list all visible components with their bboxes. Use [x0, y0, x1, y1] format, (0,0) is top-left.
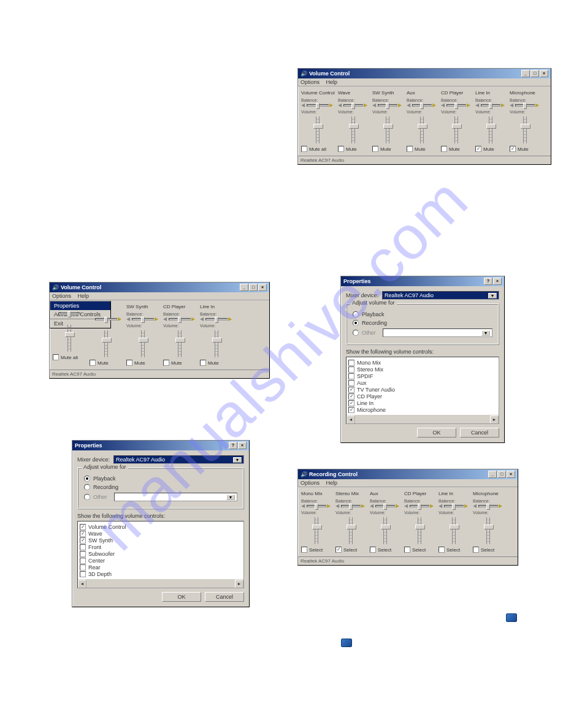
list-item[interactable]: ✓CD Player — [348, 393, 497, 400]
mute-checkbox[interactable]: ✓Select — [335, 547, 366, 553]
list-item[interactable]: 3D Depth — [80, 571, 242, 577]
balance-slider[interactable]: ◀▶ — [370, 504, 400, 509]
volume-controls-list[interactable]: ✓Volume Control✓Wave✓SW SynthFrontSubwoo… — [77, 521, 244, 588]
close-button[interactable]: × — [540, 70, 548, 77]
list-item[interactable]: ✓TV Tuner Audio — [348, 387, 497, 393]
titlebar[interactable]: Properties ? × — [72, 441, 249, 450]
mute-checkbox[interactable]: Mute all — [301, 146, 334, 152]
volume-slider[interactable] — [489, 116, 492, 143]
minimize-button[interactable]: _ — [488, 471, 497, 478]
maximize-button[interactable]: □ — [249, 284, 258, 291]
mute-checkbox[interactable]: Mute — [407, 146, 437, 152]
mute-checkbox[interactable]: Select — [404, 547, 435, 553]
list-item[interactable]: Mono Mix — [348, 360, 497, 366]
balance-slider[interactable]: ◀▶ — [338, 103, 369, 108]
balance-slider[interactable]: ◀▶ — [335, 504, 366, 509]
ok-button[interactable]: OK — [162, 592, 201, 602]
menu-item-properties[interactable]: Properties — [50, 301, 110, 310]
titlebar[interactable]: Properties ? × — [341, 276, 504, 286]
checkbox[interactable] — [80, 571, 86, 577]
close-button[interactable]: × — [238, 442, 247, 449]
checkbox[interactable]: ✓ — [348, 393, 354, 400]
volume-slider[interactable] — [315, 517, 318, 544]
menu-help[interactable]: Help — [78, 293, 90, 299]
mute-checkbox[interactable]: ✓Mute — [510, 146, 540, 152]
help-button[interactable]: ? — [484, 278, 492, 285]
mixer-device-combo[interactable]: Realtek AC97 Audio ▼ — [382, 291, 499, 300]
scroll-left-icon[interactable]: ◄ — [78, 580, 86, 588]
checkbox[interactable]: ✓ — [80, 531, 86, 537]
list-item[interactable]: ✓Volume Control — [80, 524, 242, 530]
list-item[interactable]: ✓Microphone — [348, 407, 497, 413]
list-item[interactable]: SPDIF — [348, 373, 497, 379]
volume-slider[interactable] — [523, 116, 527, 143]
volume-slider[interactable] — [420, 116, 424, 143]
volume-slider[interactable] — [386, 116, 389, 143]
list-item[interactable]: Aux — [348, 380, 497, 386]
balance-slider[interactable]: ◀▶ — [475, 103, 506, 108]
checkbox[interactable]: ✓ — [80, 537, 86, 544]
close-button[interactable]: × — [507, 471, 515, 478]
list-item[interactable]: Front — [80, 544, 242, 550]
volume-slider[interactable] — [104, 330, 108, 357]
mute-checkbox[interactable]: Mute — [90, 360, 123, 366]
radio-playback[interactable]: Playback — [353, 311, 492, 317]
checkbox[interactable] — [80, 551, 86, 557]
checkbox[interactable] — [348, 366, 354, 373]
ok-button[interactable]: OK — [417, 428, 456, 438]
menu-options[interactable]: Options — [301, 79, 320, 85]
mute-checkbox[interactable]: Mute — [441, 146, 472, 152]
balance-slider[interactable]: ◀▶ — [126, 317, 159, 322]
scroll-right-icon[interactable]: ► — [235, 580, 243, 588]
titlebar[interactable]: 🔊Volume Control _ □ × — [50, 282, 269, 292]
mute-checkbox[interactable]: Mute all — [53, 354, 86, 360]
balance-slider[interactable]: ◀▶ — [404, 504, 435, 509]
checkbox[interactable] — [348, 373, 354, 379]
volume-slider[interactable] — [141, 330, 145, 357]
volume-slider[interactable] — [349, 517, 353, 544]
mute-checkbox[interactable]: Mute — [200, 360, 233, 366]
balance-slider[interactable]: ◀▶ — [473, 504, 504, 509]
menu-options[interactable]: Options — [52, 293, 71, 299]
checkbox[interactable] — [348, 360, 354, 366]
minimize-button[interactable]: _ — [521, 70, 530, 77]
volume-slider[interactable] — [383, 517, 387, 544]
balance-slider[interactable]: ◀▶ — [301, 504, 332, 509]
radio-recording[interactable]: Recording — [84, 484, 237, 490]
list-item[interactable]: Center — [80, 558, 242, 564]
mute-checkbox[interactable]: Select — [439, 547, 469, 553]
balance-slider[interactable]: ◀▶ — [439, 504, 469, 509]
volume-slider[interactable] — [215, 330, 218, 357]
mute-checkbox[interactable]: Select — [301, 547, 332, 553]
balance-slider[interactable]: ◀▶ — [407, 103, 437, 108]
checkbox[interactable]: ✓ — [348, 387, 354, 393]
close-button[interactable]: × — [258, 284, 267, 291]
mute-checkbox[interactable]: ✓Mute — [475, 146, 506, 152]
list-item[interactable]: Stereo Mix — [348, 366, 497, 373]
volume-slider[interactable] — [452, 517, 456, 544]
speaker-tray-icon[interactable] — [506, 613, 517, 622]
radio-playback[interactable]: Playback — [84, 476, 237, 482]
titlebar[interactable]: 🔊Volume Control _ □ × — [298, 69, 551, 78]
volume-slider[interactable] — [418, 517, 421, 544]
close-button[interactable]: × — [493, 278, 502, 285]
volume-slider[interactable] — [486, 517, 490, 544]
speaker-tray-icon[interactable] — [341, 639, 352, 647]
cancel-button[interactable]: Cancel — [460, 428, 499, 438]
maximize-button[interactable]: □ — [497, 471, 506, 478]
balance-slider[interactable]: ◀▶ — [301, 103, 334, 108]
help-button[interactable]: ? — [229, 442, 237, 449]
maximize-button[interactable]: □ — [530, 70, 539, 77]
mute-checkbox[interactable]: Mute — [126, 360, 159, 366]
volume-slider[interactable] — [351, 116, 355, 143]
mute-checkbox[interactable]: Mute — [372, 146, 403, 152]
volume-slider[interactable] — [316, 116, 320, 143]
list-item[interactable]: ✓SW Synth — [80, 537, 242, 544]
volume-slider[interactable] — [178, 330, 182, 357]
scroll-right-icon[interactable]: ► — [490, 415, 499, 424]
menu-help[interactable]: Help — [326, 79, 338, 85]
balance-slider[interactable]: ◀▶ — [200, 317, 233, 322]
list-item[interactable]: ✓Wave — [80, 531, 242, 537]
checkbox[interactable] — [80, 564, 86, 571]
volume-slider[interactable] — [454, 116, 458, 143]
